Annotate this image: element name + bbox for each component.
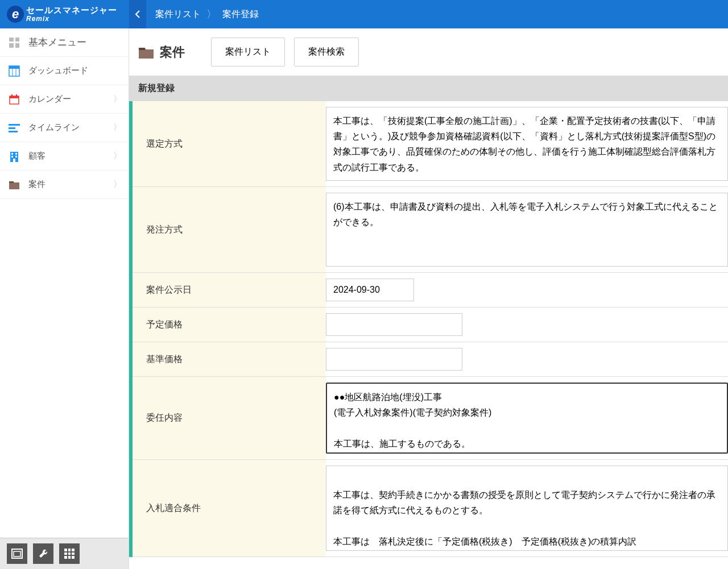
back-button[interactable] — [129, 0, 146, 28]
form-row-estimated-price: 予定価格 — [133, 308, 728, 342]
input-order-method[interactable] — [326, 193, 728, 267]
sidebar-timeline-label: タイムライン — [28, 122, 80, 133]
label-public-date: 案件公示日 — [133, 273, 326, 307]
sidebar-calendar-label: カレンダー — [28, 94, 71, 105]
content-area: 案件 案件リスト 案件検索 新規登録 選定方式 発注方式 案件公示日 — [129, 28, 728, 569]
form-row-selection-method: 選定方式 — [133, 101, 728, 187]
form-row-bid-conditions: 入札適合条件 — [133, 460, 728, 557]
folder-icon — [138, 45, 154, 59]
label-order-method: 発注方式 — [133, 187, 326, 272]
svg-rect-6 — [11, 94, 13, 97]
sidebar-basic-menu-label: 基本メニュー — [28, 36, 86, 49]
input-public-date[interactable] — [326, 279, 414, 301]
breadcrumb: 案件リスト 〉 案件登録 — [146, 7, 268, 21]
svg-rect-1 — [9, 66, 19, 69]
chevron-left-icon — [134, 10, 141, 19]
label-commission-content: 委任内容 — [133, 377, 326, 459]
window-button[interactable] — [7, 543, 27, 564]
breadcrumb-case-list[interactable]: 案件リスト — [155, 9, 201, 20]
form-row-public-date: 案件公示日 — [133, 273, 728, 308]
sidebar-dashboard-label: ダッシュボード — [28, 65, 88, 76]
svg-rect-9 — [9, 127, 15, 129]
logo-icon: e — [7, 6, 24, 23]
svg-rect-12 — [11, 153, 13, 155]
sidebar: 基本メニュー ダッシュボード カレンダー 〉 タイムライン 〉 — [0, 28, 129, 569]
sidebar-item-customer[interactable]: 顧客 〉 — [0, 142, 129, 171]
label-bid-conditions: 入札適合条件 — [133, 460, 326, 556]
breadcrumb-case-register[interactable]: 案件登録 — [222, 9, 259, 20]
app-logo: e セールスマネージャー Remix — [0, 6, 129, 23]
svg-rect-19 — [14, 551, 20, 556]
chevron-right-icon: 〉 — [113, 122, 122, 133]
tab-case-search[interactable]: 案件検索 — [294, 38, 359, 67]
svg-rect-20 — [139, 48, 145, 50]
window-icon — [11, 549, 23, 559]
chevron-right-icon: 〉 — [206, 7, 217, 21]
logo-sub: Remix — [26, 15, 117, 23]
folder-icon — [8, 178, 20, 191]
input-bid-conditions[interactable] — [326, 466, 728, 551]
svg-rect-8 — [9, 124, 20, 126]
chevron-right-icon: 〉 — [113, 151, 122, 161]
timeline-icon — [8, 122, 20, 134]
wrench-icon — [38, 548, 49, 559]
svg-rect-14 — [11, 156, 13, 157]
sidebar-item-case[interactable]: 案件 〉 — [0, 171, 129, 199]
page-title-text: 案件 — [160, 44, 185, 61]
calendar-icon — [8, 93, 20, 106]
svg-rect-17 — [9, 181, 14, 183]
svg-rect-10 — [9, 131, 18, 132]
chevron-right-icon: 〉 — [113, 179, 122, 190]
svg-rect-15 — [15, 156, 17, 157]
sidebar-customer-label: 顧客 — [28, 151, 46, 161]
grid-icon — [64, 549, 75, 559]
menu-icon — [8, 36, 20, 49]
form-row-order-method: 発注方式 — [133, 187, 728, 273]
label-base-price: 基準価格 — [133, 342, 326, 376]
svg-rect-7 — [16, 94, 17, 97]
tab-case-list[interactable]: 案件リスト — [211, 38, 285, 67]
sidebar-item-calendar[interactable]: カレンダー 〉 — [0, 85, 129, 114]
chevron-right-icon: 〉 — [113, 94, 122, 105]
building-icon — [8, 150, 20, 163]
label-selection-method: 選定方式 — [133, 101, 326, 186]
svg-rect-16 — [13, 159, 15, 162]
input-base-price[interactable] — [326, 348, 462, 371]
svg-rect-5 — [10, 96, 19, 98]
sidebar-case-label: 案件 — [28, 179, 46, 190]
sidebar-item-dashboard[interactable]: ダッシュボード — [0, 57, 129, 85]
svg-rect-13 — [15, 153, 17, 155]
sidebar-item-timeline[interactable]: タイムライン 〉 — [0, 114, 129, 142]
settings-button[interactable] — [33, 543, 53, 564]
form-row-base-price: 基準価格 — [133, 342, 728, 377]
input-commission-content[interactable] — [326, 383, 728, 454]
sidebar-basic-menu: 基本メニュー — [0, 28, 129, 57]
sidebar-footer — [0, 538, 129, 569]
logo-main: セールスマネージャー — [26, 6, 117, 15]
label-estimated-price: 予定価格 — [133, 308, 326, 342]
section-new-register: 新規登録 — [129, 76, 728, 101]
input-selection-method[interactable] — [326, 107, 728, 181]
page-title: 案件 — [138, 44, 185, 61]
input-estimated-price[interactable] — [326, 313, 462, 336]
dashboard-icon — [8, 65, 20, 77]
form-row-commission-content: 委任内容 — [133, 377, 728, 460]
grid-button[interactable] — [59, 543, 80, 564]
